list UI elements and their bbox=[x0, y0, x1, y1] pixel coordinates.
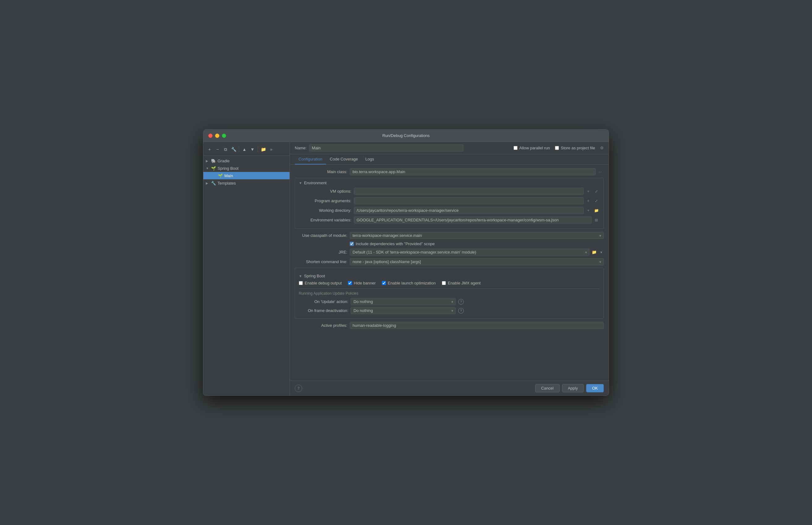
cancel-button[interactable]: Cancel bbox=[535, 384, 559, 392]
footer: ? Cancel Apply OK bbox=[290, 380, 609, 395]
allow-parallel-run-checkbox-label[interactable]: Allow parallel run bbox=[514, 146, 550, 150]
vm-options-input[interactable] bbox=[354, 188, 584, 195]
main-icon: 🌱 bbox=[218, 173, 223, 178]
sidebar-item-templates[interactable]: ▶ 🔧 Templates bbox=[203, 179, 290, 187]
more-button[interactable]: » bbox=[268, 146, 275, 153]
env-vars-row: Environment variables: ⊞ bbox=[299, 216, 600, 224]
enable-launch-opt-checkbox[interactable] bbox=[382, 281, 386, 285]
environment-collapse-icon[interactable]: ▼ bbox=[299, 181, 302, 185]
vm-options-control: + ⤢ bbox=[354, 188, 600, 195]
shorten-cmd-label: Shorten command line: bbox=[295, 259, 347, 264]
copy-config-button[interactable]: ⧉ bbox=[222, 146, 229, 153]
spring-boot-collapse-icon[interactable]: ▼ bbox=[299, 274, 302, 278]
enable-jmx-label[interactable]: Enable JMX agent bbox=[442, 281, 481, 285]
shorten-cmd-row: Shorten command line: none - java [optio… bbox=[295, 258, 604, 265]
working-dir-add-button[interactable]: + bbox=[585, 207, 592, 214]
templates-icon: 🔧 bbox=[211, 180, 216, 186]
apply-button[interactable]: Apply bbox=[562, 384, 584, 392]
vm-options-expand-button[interactable]: + bbox=[585, 188, 592, 195]
env-vars-control: ⊞ bbox=[354, 216, 600, 224]
ok-button[interactable]: OK bbox=[586, 384, 604, 392]
window-title: Run/Debug Configurations bbox=[382, 133, 430, 138]
help-button[interactable]: ? bbox=[295, 385, 302, 392]
on-frame-row: On frame deactivation: Do nothing Update… bbox=[299, 307, 600, 314]
working-dir-input[interactable] bbox=[354, 207, 584, 214]
add-config-button[interactable]: + bbox=[206, 146, 213, 153]
env-vars-expand-button[interactable]: ⊞ bbox=[593, 217, 600, 224]
hide-banner-checkbox[interactable] bbox=[348, 281, 352, 285]
minimize-button[interactable] bbox=[215, 134, 219, 138]
traffic-lights bbox=[208, 134, 226, 138]
store-as-project-file-checkbox-label[interactable]: Store as project file bbox=[555, 146, 595, 150]
content-area: Name: Allow parallel run Store as projec… bbox=[290, 142, 609, 395]
folder-button[interactable]: 📁 bbox=[260, 146, 267, 153]
hide-banner-label[interactable]: Hide banner bbox=[348, 281, 376, 285]
settings-icon[interactable]: ⚙ bbox=[600, 146, 604, 150]
main-class-browse-button[interactable]: ··· bbox=[597, 168, 604, 175]
include-deps-checkbox[interactable] bbox=[350, 242, 354, 246]
sidebar-item-main[interactable]: 🌱 Main bbox=[203, 172, 290, 179]
remove-config-button[interactable]: − bbox=[214, 146, 221, 153]
working-dir-folder-button[interactable]: 📁 bbox=[593, 207, 600, 214]
jre-select[interactable]: Default (11 - SDK of 'terra-workspace-ma… bbox=[350, 249, 590, 256]
tabs-bar: Configuration Code Coverage Logs bbox=[290, 154, 609, 164]
on-update-select[interactable]: Do nothing Update classes and resources … bbox=[351, 298, 456, 305]
move-up-button[interactable]: ▲ bbox=[241, 146, 248, 153]
gradle-arrow: ▶ bbox=[206, 159, 211, 163]
store-as-project-file-checkbox[interactable] bbox=[555, 146, 559, 150]
tab-logs[interactable]: Logs bbox=[361, 154, 378, 164]
env-vars-input[interactable] bbox=[354, 216, 592, 224]
jre-row: JRE: Default (11 - SDK of 'terra-workspa… bbox=[295, 249, 604, 256]
program-args-label: Program arguments: bbox=[299, 198, 351, 203]
main-class-control: ··· bbox=[350, 168, 604, 175]
tab-configuration[interactable]: Configuration bbox=[295, 154, 326, 164]
working-dir-row: Working directory: + 📁 bbox=[299, 207, 600, 214]
on-update-control: Do nothing Update classes and resources … bbox=[351, 298, 464, 305]
edit-defaults-button[interactable]: 🔧 bbox=[230, 146, 237, 153]
name-input[interactable] bbox=[309, 145, 464, 151]
enable-jmx-text: Enable JMX agent bbox=[448, 281, 481, 285]
close-button[interactable] bbox=[208, 134, 213, 138]
jre-label: JRE: bbox=[295, 250, 347, 254]
include-deps-checkbox-label[interactable]: Include dependencies with "Provided" sco… bbox=[350, 241, 435, 246]
enable-debug-output-checkbox[interactable] bbox=[299, 281, 303, 285]
store-as-project-file-label: Store as project file bbox=[561, 146, 595, 150]
hide-banner-text: Hide banner bbox=[354, 281, 376, 285]
classpath-module-row: Use classpath of module: terra-workspace… bbox=[295, 232, 604, 239]
enable-jmx-checkbox[interactable] bbox=[442, 281, 446, 285]
jre-control: Default (11 - SDK of 'terra-workspace-ma… bbox=[350, 249, 604, 256]
classpath-module-select-wrapper: terra-workspace-manager.service.main bbox=[350, 232, 604, 239]
main-layout: + − ⧉ 🔧 ▲ ▼ 📁 » ▶ 🐘 Gradle ▼ 🌱 Spring bbox=[203, 142, 609, 395]
tab-code-coverage[interactable]: Code Coverage bbox=[326, 154, 361, 164]
program-args-expand-button[interactable]: + bbox=[585, 198, 592, 204]
allow-parallel-run-checkbox[interactable] bbox=[514, 146, 517, 150]
enable-debug-output-label[interactable]: Enable debug output bbox=[299, 281, 342, 285]
jre-folder-button[interactable]: 📁 bbox=[591, 249, 597, 256]
move-down-button[interactable]: ▼ bbox=[249, 146, 256, 153]
on-update-select-wrapper: Do nothing Update classes and resources … bbox=[351, 298, 456, 305]
vm-options-row: VM options: + ⤢ bbox=[299, 188, 600, 195]
on-update-help-icon[interactable]: ? bbox=[458, 299, 464, 304]
on-frame-help-icon[interactable]: ? bbox=[458, 308, 464, 314]
environment-section-header: ▼ Environment bbox=[295, 181, 604, 188]
jre-dropdown-button[interactable]: ▾ bbox=[599, 249, 604, 256]
main-class-input[interactable] bbox=[350, 168, 596, 175]
shorten-cmd-select[interactable]: none - java [options] className [args] bbox=[350, 258, 604, 265]
shorten-cmd-select-wrapper: none - java [options] className [args] bbox=[350, 258, 604, 265]
active-profiles-input[interactable] bbox=[350, 322, 604, 329]
maximize-button[interactable] bbox=[222, 134, 226, 138]
spring-boot-section: ▼ Spring Boot Enable debug output Hide b… bbox=[295, 268, 604, 319]
templates-arrow: ▶ bbox=[206, 181, 211, 185]
help-icon: ? bbox=[298, 386, 300, 390]
include-deps-label: Include dependencies with "Provided" sco… bbox=[356, 241, 435, 246]
on-frame-select[interactable]: Do nothing Update classes and resources … bbox=[351, 307, 456, 314]
vm-options-maximize-button[interactable]: ⤢ bbox=[593, 188, 600, 195]
enable-launch-opt-label[interactable]: Enable launch optimization bbox=[382, 281, 436, 285]
program-args-input[interactable] bbox=[354, 197, 584, 204]
spring-boot-section-header: ▼ Spring Boot bbox=[299, 274, 600, 278]
name-row: Name: bbox=[295, 145, 509, 151]
program-args-maximize-button[interactable]: ⤢ bbox=[593, 198, 600, 204]
sidebar-item-gradle[interactable]: ▶ 🐘 Gradle bbox=[203, 157, 290, 164]
sidebar-item-spring-boot[interactable]: ▼ 🌱 Spring Boot bbox=[203, 164, 290, 172]
classpath-module-select[interactable]: terra-workspace-manager.service.main bbox=[350, 232, 604, 239]
